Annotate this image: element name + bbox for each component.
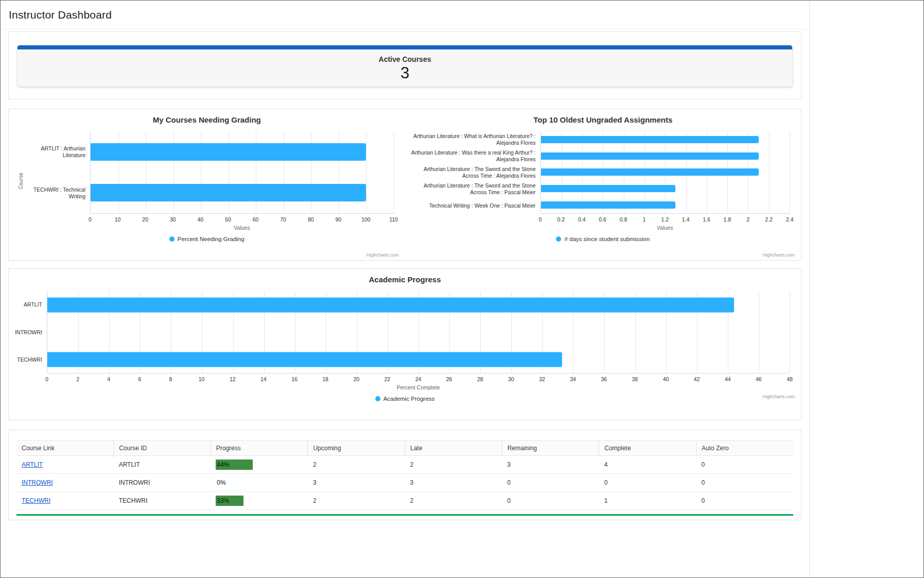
bar[interactable] <box>91 143 366 161</box>
legend-item[interactable]: Percent Needing Grading <box>169 236 245 242</box>
upcoming-cell: 2 <box>308 456 405 474</box>
course-table-head: Course LinkCourse IDProgressUpcomingLate… <box>16 441 793 456</box>
plot-area <box>47 291 790 373</box>
chart-my-courses-needing-grading: My Courses Needing GradingCourseARTLIT :… <box>9 109 405 260</box>
course-link[interactable]: INTROWRI <box>22 479 53 486</box>
x-tick-label: 42 <box>694 376 700 382</box>
bar[interactable] <box>47 297 734 312</box>
legend-item[interactable]: # days since student submission <box>556 236 650 242</box>
legend-marker-icon <box>375 396 380 401</box>
auto-zero-cell: 0 <box>696 456 793 474</box>
progress-label: 0% <box>217 478 225 488</box>
x-tick-label: 2.4 <box>786 216 794 223</box>
bar-row <box>91 173 394 214</box>
bar[interactable] <box>541 152 759 160</box>
gridline <box>790 131 790 213</box>
column-header-course-link: Course Link <box>16 441 114 456</box>
bar-row <box>47 346 790 373</box>
progress-cell: 33% <box>211 492 308 510</box>
course-row: ARTLITARTLIT44%22340 <box>16 456 793 474</box>
category-label: TECHWRI : Technical Writing <box>28 173 90 214</box>
category-label: Arthurian Literature : The Sword and the… <box>409 164 541 181</box>
bar[interactable] <box>541 201 676 209</box>
bar[interactable] <box>541 185 676 192</box>
course-table-body: ARTLITARTLIT44%22340INTROWRIINTROWRI0%33… <box>16 456 793 510</box>
late-cell: 2 <box>405 456 502 474</box>
x-tick-label: 2.2 <box>765 216 773 223</box>
x-axis-tick-labels: 0102030405060708090100110 <box>90 216 394 224</box>
course-link[interactable]: ARTLIT <box>22 461 43 468</box>
bar-row <box>541 164 790 181</box>
chart-title: Top 10 Oldest Ungraded Assignments <box>409 115 797 124</box>
progress-wrap: 44% <box>216 460 303 470</box>
column-header-late: Late <box>405 441 502 456</box>
highcharts-credit-link[interactable]: Highcharts.com <box>367 252 399 258</box>
bar[interactable] <box>47 352 562 367</box>
x-tick-label: 30 <box>170 216 176 223</box>
x-axis-tick-labels: 0246810121416182022242628303234363840424… <box>47 376 790 383</box>
category-axis-labels: ARTLITINTROWRITECHWRI <box>13 291 47 373</box>
category-label: Arthurian Literature : Was there a real … <box>409 148 541 164</box>
x-tick-label: 48 <box>787 376 793 382</box>
course-table: Course LinkCourse IDProgressUpcomingLate… <box>16 440 793 510</box>
plot-column: 0102030405060708090100110Values <box>90 131 401 231</box>
x-tick-label: 30 <box>508 376 514 382</box>
chart-title: My Courses Needing Grading <box>13 115 401 124</box>
chart-title: Academic Progress <box>13 275 797 284</box>
active-courses-value: 3 <box>18 64 792 82</box>
highcharts-credit-link[interactable]: Highcharts.com <box>762 394 795 399</box>
highcharts-credit-link[interactable]: Highcharts.com <box>762 252 795 258</box>
x-tick-label: 60 <box>253 216 259 223</box>
legend-item[interactable]: Academic Progress <box>375 396 435 402</box>
x-tick-label: 6 <box>138 376 141 382</box>
gridline <box>790 291 790 373</box>
complete-cell: 0 <box>599 474 696 492</box>
bar[interactable] <box>541 168 759 176</box>
x-tick-label: 2 <box>76 376 79 382</box>
bar-row <box>541 197 790 213</box>
x-tick-label: 0 <box>45 376 48 382</box>
progress-cell: 0% <box>211 474 308 492</box>
legend: # days since student submission <box>409 236 797 242</box>
course-row: TECHWRITECHWRI33%22010 <box>16 492 793 510</box>
legend-label: # days since student submission <box>564 236 650 242</box>
x-tick-label: 40 <box>198 216 204 223</box>
late-cell: 3 <box>405 474 502 492</box>
x-tick-label: 36 <box>601 376 607 382</box>
plot-area <box>90 131 394 214</box>
course-link[interactable]: TECHWRI <box>22 497 50 504</box>
column-header-progress: Progress <box>211 441 308 456</box>
x-tick-label: 40 <box>663 376 669 382</box>
bar[interactable] <box>541 136 759 143</box>
course-id-cell: ARTLIT <box>114 456 211 474</box>
legend-marker-icon <box>556 236 561 242</box>
x-tick-label: 34 <box>570 376 576 382</box>
x-tick-label: 10 <box>199 376 205 382</box>
x-tick-label: 8 <box>169 376 172 382</box>
x-tick-label: 0 <box>89 216 92 223</box>
x-tick-label: 80 <box>308 216 314 223</box>
legend-marker-icon <box>169 236 175 242</box>
remaining-cell: 0 <box>502 474 599 492</box>
section-divider <box>16 514 793 516</box>
category-label: Arthurian Literature : The Sword and the… <box>409 181 541 197</box>
plot-column: 00.20.40.60.811.21.41.61.822.22.4Values <box>541 131 797 231</box>
bar[interactable] <box>91 184 366 201</box>
x-tick-label: 90 <box>335 216 341 223</box>
x-tick-label: 24 <box>415 376 422 382</box>
x-tick-label: 32 <box>539 376 545 382</box>
column-header-course-id: Course ID <box>114 441 211 456</box>
column-header-upcoming: Upcoming <box>308 441 405 456</box>
category-label: ARTLIT <box>13 291 47 318</box>
course-id-cell: INTROWRI <box>114 474 211 492</box>
x-tick-label: 1 <box>642 216 646 223</box>
complete-cell: 4 <box>599 456 696 474</box>
bar-row <box>91 131 394 173</box>
remaining-cell: 3 <box>502 456 599 474</box>
x-tick-label: 38 <box>632 376 638 382</box>
category-axis-labels: ARTLIT : Arthurian LiteratureTECHWRI : T… <box>28 131 90 214</box>
category-label: Technical Writing : Week One : Pascal Me… <box>409 197 541 214</box>
active-courses-card: Active Courses 3 <box>8 31 801 99</box>
active-courses-widget: Active Courses 3 <box>18 45 792 87</box>
x-tick-label: 1.6 <box>703 216 710 223</box>
